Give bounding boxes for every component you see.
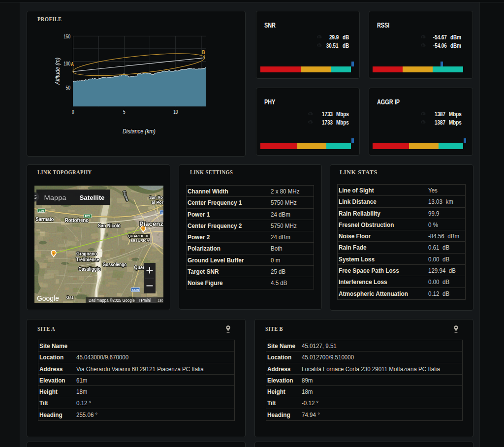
svg-text:Altitude (m): Altitude (m) (54, 58, 61, 85)
svg-text:Mappa: Mappa (44, 194, 67, 201)
svg-text:BESURICA: BESURICA (130, 238, 149, 243)
svg-text:B: B (202, 49, 205, 55)
svg-text:S: S (161, 211, 163, 214)
svg-text:10: 10 (173, 109, 178, 115)
svg-text:Trebbiense: Trebbiense (76, 257, 99, 262)
svg-text:Rottofreno: Rottofreno (65, 218, 89, 223)
svg-text:Gossolengo: Gossolengo (103, 262, 127, 267)
svg-text:5: 5 (123, 109, 126, 115)
svg-text:Gaz: Gaz (66, 294, 74, 300)
svg-text:QUARTIERE: QUARTIERE (128, 234, 150, 238)
svg-text:al Por: al Por (152, 199, 163, 205)
svg-text:Satellite: Satellite (80, 194, 105, 201)
svg-text:A: A (71, 61, 74, 67)
svg-text:E70: E70 (85, 215, 91, 218)
svg-text:E70: E70 (39, 209, 44, 212)
svg-text:Termini: Termini (139, 298, 151, 303)
svg-text:SS45: SS45 (132, 288, 139, 291)
svg-text:Dati mappa ©2025 Google: Dati mappa ©2025 Google (89, 298, 135, 303)
svg-text:Sarmato: Sarmato (36, 217, 54, 222)
svg-text:Distance (km): Distance (km) (123, 128, 156, 135)
svg-text:180: 180 (158, 299, 163, 302)
svg-text:Piacenza: Piacenza (139, 221, 163, 227)
svg-text:0: 0 (72, 109, 74, 115)
svg-text:G: G (34, 194, 37, 200)
svg-text:Google: Google (37, 294, 59, 302)
svg-text:San Nicolò: San Nicolò (98, 223, 121, 228)
svg-text:100: 100 (63, 61, 70, 66)
svg-text:150: 150 (63, 33, 70, 39)
svg-text:Quar: Quar (134, 265, 145, 270)
svg-text:Gragnano: Gragnano (76, 251, 97, 256)
svg-text:Casaliggio: Casaliggio (79, 266, 101, 272)
svg-text:50: 50 (65, 85, 70, 91)
